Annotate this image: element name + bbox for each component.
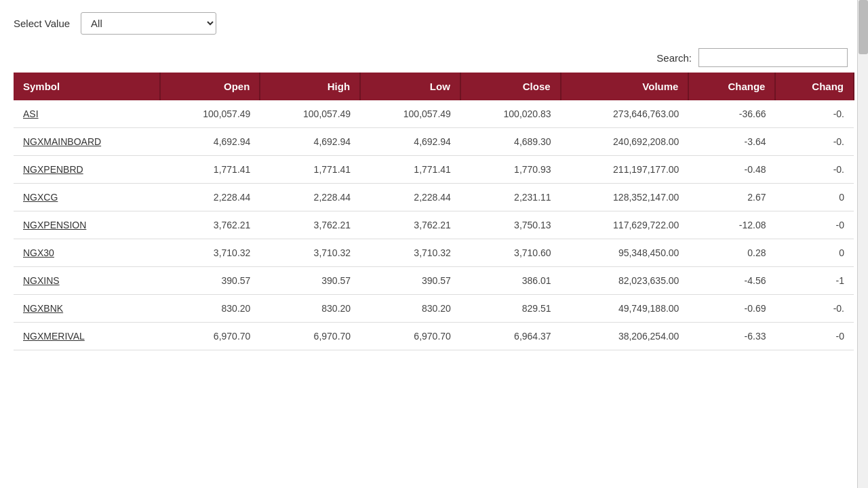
cell-change: 0.28 <box>688 239 775 267</box>
cell-high: 3,710.32 <box>260 239 360 267</box>
table-row: NGXCG2,228.442,228.442,228.442,231.11128… <box>14 184 854 211</box>
cell-volume: 82,023,635.00 <box>561 267 689 295</box>
cell-symbol: NGXMAINBOARD <box>14 128 160 156</box>
cell-low: 390.57 <box>360 267 460 295</box>
col-header-open[interactable]: Open <box>160 73 260 100</box>
cell-change: -12.08 <box>688 211 775 239</box>
cell-changepct: -0. <box>775 295 854 323</box>
cell-close: 6,964.37 <box>460 323 561 350</box>
cell-close: 829.51 <box>460 295 561 323</box>
cell-high: 1,771.41 <box>260 156 360 184</box>
filter-bar: Select Value All High Low Open Close Vol… <box>0 0 868 41</box>
cell-symbol: NGXPENBRD <box>14 156 160 184</box>
select-value-label: Select Value <box>14 18 70 29</box>
cell-change: -3.64 <box>688 128 775 156</box>
cell-volume: 95,348,450.00 <box>561 239 689 267</box>
scrollbar[interactable] <box>857 0 868 350</box>
cell-high: 100,057.49 <box>260 100 360 128</box>
cell-close: 2,231.11 <box>460 184 561 211</box>
cell-volume: 38,206,254.00 <box>561 323 689 350</box>
col-header-symbol[interactable]: Symbol <box>14 73 160 100</box>
cell-high: 390.57 <box>260 267 360 295</box>
table-container: Symbol Open High Low Close Volume Change… <box>0 73 868 350</box>
symbol-link[interactable]: NGX30 <box>23 247 54 258</box>
cell-change: -0.48 <box>688 156 775 184</box>
table-row: NGXMAINBOARD4,692.944,692.944,692.944,68… <box>14 128 854 156</box>
cell-volume: 128,352,147.00 <box>561 184 689 211</box>
col-header-low[interactable]: Low <box>360 73 460 100</box>
cell-changepct: 0 <box>775 239 854 267</box>
table-row: NGXINS390.57390.57390.57386.0182,023,635… <box>14 267 854 295</box>
cell-low: 4,692.94 <box>360 128 460 156</box>
table-row: NGXPENSION3,762.213,762.213,762.213,750.… <box>14 211 854 239</box>
search-bar: Search: <box>0 41 868 73</box>
col-header-change[interactable]: Change <box>688 73 775 100</box>
cell-high: 3,762.21 <box>260 211 360 239</box>
cell-changepct: -0 <box>775 211 854 239</box>
cell-symbol: NGX30 <box>14 239 160 267</box>
cell-change: -6.33 <box>688 323 775 350</box>
symbol-link[interactable]: NGXPENSION <box>23 220 86 230</box>
cell-high: 4,692.94 <box>260 128 360 156</box>
cell-close: 3,710.60 <box>460 239 561 267</box>
symbol-link[interactable]: NGXMERIVAL <box>23 331 85 342</box>
table-row: NGXMERIVAL6,970.706,970.706,970.706,964.… <box>14 323 854 350</box>
cell-close: 386.01 <box>460 267 561 295</box>
cell-changepct: 0 <box>775 184 854 211</box>
cell-volume: 117,629,722.00 <box>561 211 689 239</box>
col-header-close[interactable]: Close <box>460 73 561 100</box>
cell-high: 2,228.44 <box>260 184 360 211</box>
cell-changepct: -0. <box>775 100 854 128</box>
cell-changepct: -0. <box>775 156 854 184</box>
symbol-link[interactable]: ASI <box>23 108 39 119</box>
col-header-volume[interactable]: Volume <box>561 73 689 100</box>
cell-close: 3,750.13 <box>460 211 561 239</box>
cell-close: 1,770.93 <box>460 156 561 184</box>
symbol-link[interactable]: NGXINS <box>23 275 60 286</box>
cell-symbol: NGXPENSION <box>14 211 160 239</box>
cell-open: 6,970.70 <box>160 323 260 350</box>
cell-low: 3,762.21 <box>360 211 460 239</box>
cell-close: 4,689.30 <box>460 128 561 156</box>
table-row: NGXPENBRD1,771.411,771.411,771.411,770.9… <box>14 156 854 184</box>
cell-volume: 273,646,763.00 <box>561 100 689 128</box>
cell-open: 4,692.94 <box>160 128 260 156</box>
cell-open: 3,762.21 <box>160 211 260 239</box>
table-row: NGXBNK830.20830.20830.20829.5149,749,188… <box>14 295 854 323</box>
cell-change: -36.66 <box>688 100 775 128</box>
search-input[interactable] <box>698 48 848 67</box>
symbol-link[interactable]: NGXBNK <box>23 303 63 314</box>
cell-changepct: -0 <box>775 323 854 350</box>
cell-change: 2.67 <box>688 184 775 211</box>
cell-low: 100,057.49 <box>360 100 460 128</box>
cell-changepct: -1 <box>775 267 854 295</box>
cell-low: 6,970.70 <box>360 323 460 350</box>
cell-symbol: NGXBNK <box>14 295 160 323</box>
cell-low: 3,710.32 <box>360 239 460 267</box>
select-value-dropdown[interactable]: All High Low Open Close Volume Change <box>81 12 216 35</box>
cell-symbol: NGXINS <box>14 267 160 295</box>
col-header-changepct[interactable]: Chang <box>775 73 854 100</box>
scrollbar-thumb[interactable] <box>859 0 868 54</box>
symbol-link[interactable]: NGXCG <box>23 192 58 203</box>
symbol-link[interactable]: NGXPENBRD <box>23 164 83 175</box>
col-header-high[interactable]: High <box>260 73 360 100</box>
cell-low: 1,771.41 <box>360 156 460 184</box>
symbol-link[interactable]: NGXMAINBOARD <box>23 136 101 147</box>
cell-open: 2,228.44 <box>160 184 260 211</box>
cell-open: 100,057.49 <box>160 100 260 128</box>
cell-high: 6,970.70 <box>260 323 360 350</box>
cell-open: 830.20 <box>160 295 260 323</box>
cell-open: 390.57 <box>160 267 260 295</box>
cell-changepct: -0. <box>775 128 854 156</box>
cell-symbol: NGXMERIVAL <box>14 323 160 350</box>
cell-volume: 211,197,177.00 <box>561 156 689 184</box>
cell-close: 100,020.83 <box>460 100 561 128</box>
cell-symbol: NGXCG <box>14 184 160 211</box>
cell-open: 1,771.41 <box>160 156 260 184</box>
cell-low: 830.20 <box>360 295 460 323</box>
data-table: Symbol Open High Low Close Volume Change… <box>14 73 854 350</box>
cell-open: 3,710.32 <box>160 239 260 267</box>
search-label: Search: <box>656 52 692 64</box>
cell-low: 2,228.44 <box>360 184 460 211</box>
